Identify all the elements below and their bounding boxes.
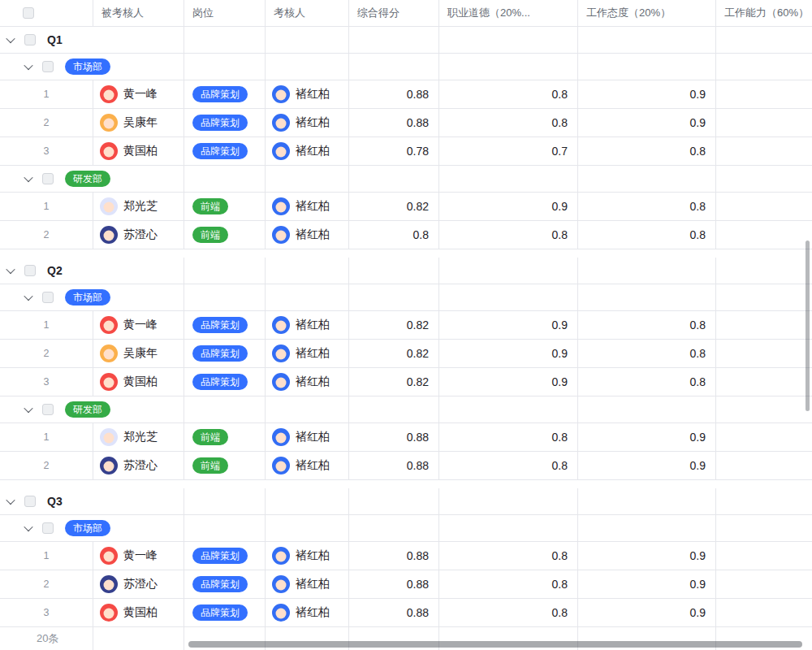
collapse-department-icon[interactable] [24,61,32,70]
ability-cell[interactable] [716,193,812,221]
attitude-cell[interactable]: 0.9 [578,452,716,480]
department-select-checkbox[interactable] [42,173,54,184]
table-row[interactable]: 2苏澄心前端褚红柏0.880.80.9 [0,452,812,480]
table-row[interactable]: 1郑光芝前端褚红柏0.880.80.9 [0,423,812,452]
department-select-checkbox[interactable] [42,292,54,303]
ability-cell[interactable] [716,599,812,627]
table-row[interactable]: 3黄国柏品牌策划褚红柏0.820.90.8 [0,368,812,396]
attitude-cell[interactable]: 0.9 [578,599,716,627]
ability-cell[interactable] [716,311,812,340]
collapse-department-icon[interactable] [24,404,32,413]
assessor-cell[interactable]: 褚红柏 [266,542,349,570]
position-cell[interactable]: 品牌策划 [184,109,266,137]
score-cell[interactable]: 0.82 [349,311,439,340]
assessee-cell[interactable]: 吴康年 [93,109,184,137]
score-cell[interactable]: 0.88 [349,570,439,599]
attitude-cell[interactable]: 0.8 [578,311,716,340]
assessor-cell[interactable]: 褚红柏 [266,599,349,627]
ability-cell[interactable] [716,423,812,452]
attitude-cell[interactable]: 0.8 [578,368,716,396]
ethics-cell[interactable]: 0.8 [439,109,578,137]
assessor-cell[interactable]: 褚红柏 [266,570,349,599]
assessor-cell[interactable]: 褚红柏 [266,193,349,221]
assessee-cell[interactable]: 郑光芝 [93,423,184,452]
ability-cell[interactable] [716,80,812,109]
assessor-cell[interactable]: 褚红柏 [266,311,349,340]
ability-cell[interactable] [716,137,812,166]
attitude-cell[interactable]: 0.9 [578,423,716,452]
collapse-department-icon[interactable] [24,522,32,531]
ethics-cell[interactable]: 0.9 [439,311,578,340]
score-cell[interactable]: 0.88 [349,80,439,109]
table-row[interactable]: 2吴康年品牌策划褚红柏0.820.90.8 [0,340,812,368]
horizontal-scrollbar-thumb[interactable] [188,641,802,648]
assessee-cell[interactable]: 黄一峰 [93,311,184,340]
assessee-cell[interactable]: 苏澄心 [93,570,184,599]
ability-cell[interactable] [716,368,812,396]
table-row[interactable]: 1黄一峰品牌策划褚红柏0.880.80.9 [0,80,812,109]
ethics-cell[interactable]: 0.8 [439,80,578,109]
assessee-cell[interactable]: 吴康年 [93,340,184,368]
vertical-scrollbar-thumb[interactable] [806,240,810,411]
assessor-cell[interactable]: 褚红柏 [266,80,349,109]
ability-cell[interactable] [716,542,812,570]
table-row[interactable]: 1黄一峰品牌策划褚红柏0.880.80.9 [0,542,812,570]
ability-cell[interactable] [716,452,812,480]
table-row[interactable]: 2苏澄心品牌策划褚红柏0.880.80.9 [0,570,812,599]
score-cell[interactable]: 0.88 [349,599,439,627]
column-header-score[interactable]: 综合得分 [349,0,439,27]
ethics-cell[interactable]: 0.8 [439,423,578,452]
position-cell[interactable]: 品牌策划 [184,340,266,368]
assessee-cell[interactable]: 黄国柏 [93,368,184,396]
score-cell[interactable]: 0.82 [349,193,439,221]
assessee-cell[interactable]: 黄国柏 [93,137,184,166]
score-cell[interactable]: 0.88 [349,109,439,137]
ethics-cell[interactable]: 0.8 [439,599,578,627]
department-select-checkbox[interactable] [42,522,54,534]
position-cell[interactable]: 品牌策划 [184,368,266,396]
department-select-checkbox[interactable] [42,61,54,72]
position-cell[interactable]: 品牌策划 [184,137,266,166]
assessor-cell[interactable]: 褚红柏 [266,109,349,137]
ethics-cell[interactable]: 0.9 [439,193,578,221]
attitude-cell[interactable]: 0.8 [578,221,716,249]
assessor-cell[interactable]: 褚红柏 [266,368,349,396]
table-row[interactable]: 1黄一峰品牌策划褚红柏0.820.90.8 [0,311,812,340]
assessor-cell[interactable]: 褚红柏 [266,452,349,480]
assessor-cell[interactable]: 褚红柏 [266,221,349,249]
table-row[interactable]: 3黄国柏品牌策划褚红柏0.880.80.9 [0,599,812,627]
ethics-cell[interactable]: 0.8 [439,570,578,599]
position-cell[interactable]: 品牌策划 [184,311,266,340]
ability-cell[interactable] [716,109,812,137]
position-cell[interactable]: 品牌策划 [184,599,266,627]
department-select-checkbox[interactable] [42,404,54,415]
column-header-ability[interactable]: 工作能力（60%） [716,0,812,27]
position-cell[interactable]: 品牌策划 [184,570,266,599]
collapse-department-icon[interactable] [24,292,32,301]
attitude-cell[interactable]: 0.9 [578,542,716,570]
assessor-cell[interactable]: 褚红柏 [266,340,349,368]
ethics-cell[interactable]: 0.8 [439,542,578,570]
attitude-cell[interactable]: 0.8 [578,193,716,221]
attitude-cell[interactable]: 0.8 [578,340,716,368]
column-header-assessee[interactable]: 被考核人 [93,0,184,27]
position-cell[interactable]: 前端 [184,452,266,480]
ethics-cell[interactable]: 0.7 [439,137,578,166]
score-cell[interactable]: 0.8 [349,221,439,249]
attitude-cell[interactable]: 0.9 [578,109,716,137]
assessor-cell[interactable]: 褚红柏 [266,423,349,452]
table-row[interactable]: 2苏澄心前端褚红柏0.80.80.8 [0,221,812,249]
position-cell[interactable]: 品牌策划 [184,80,266,109]
position-cell[interactable]: 品牌策划 [184,542,266,570]
table-row[interactable]: 3黄国柏品牌策划褚红柏0.780.70.8 [0,137,812,166]
column-header-attitude[interactable]: 工作态度（20%） [578,0,716,27]
collapse-department-icon[interactable] [24,173,32,182]
assessee-cell[interactable]: 苏澄心 [93,221,184,249]
score-cell[interactable]: 0.88 [349,452,439,480]
ability-cell[interactable] [716,340,812,368]
ability-cell[interactable] [716,570,812,599]
ethics-cell[interactable]: 0.8 [439,221,578,249]
column-header-ethics[interactable]: 职业道德（20%... [439,0,578,27]
assessee-cell[interactable]: 黄一峰 [93,542,184,570]
score-cell[interactable]: 0.82 [349,368,439,396]
